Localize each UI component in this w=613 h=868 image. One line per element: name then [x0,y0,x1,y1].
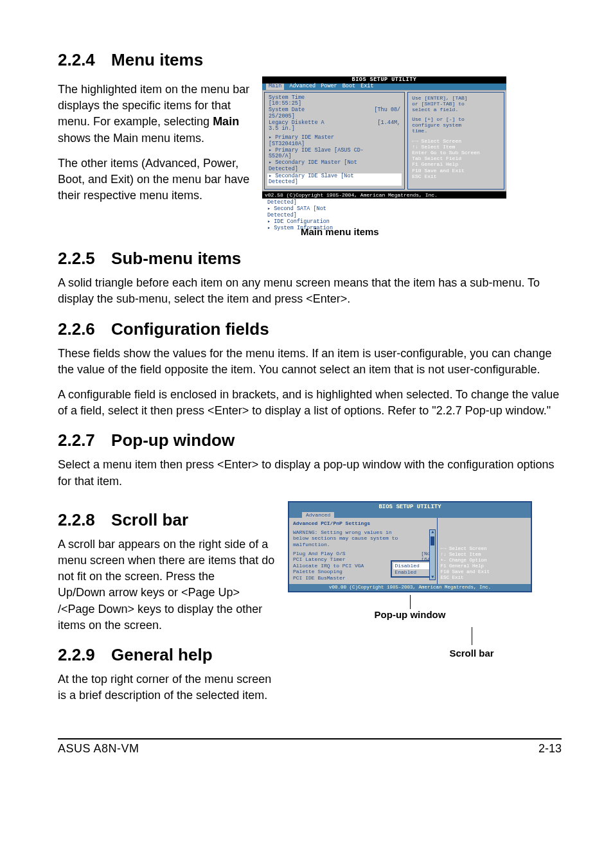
p-228: A scroll bar appears on the right side o… [58,536,276,633]
heading-228: 2.2.8 Scroll bar [58,510,276,530]
popup-window: Disabled Enabled [391,560,434,578]
popup-callout: Pop-up window [288,595,532,620]
page-footer: ASUS A8N-VM 2-13 [58,738,562,756]
p-226-1: These fields show the values for the men… [58,346,562,378]
bios2-help-panel: ←→ Select Screen ↑↓ Select Item +- Chang… [438,518,531,583]
bios2-active-tab: Advanced [302,512,334,518]
p-224-1: The highlighted item on the menu bar dis… [58,82,251,146]
heading-224: 2.2.4 Menu items [58,50,562,70]
p-226-2: A configurable field is enclosed in brac… [58,387,562,419]
p-224-2: The other items (Advanced, Power, Boot, … [58,155,251,204]
scrollbar [429,529,436,580]
bios-screenshot-2: BIOS SETUP UTILITY Advanced Advanced PCI… [288,501,532,620]
bios2-left-panel: Advanced PCI/PnP Settings WARNING: Setti… [289,518,438,583]
bios1-left-panel: System Time [10:55:25] System Date[Thu 0… [264,92,405,190]
p-227: Select a menu item then press <Enter> to… [58,457,562,489]
p-229: At the top right corner of the menu scre… [58,671,276,704]
p-225: A solid triangle before each item on any… [58,275,562,307]
bios1-help-panel: Use [ENTER], [TAB] or [SHIFT-TAB] to sel… [407,92,504,190]
heading-229: 2.2.9 General help [58,645,276,665]
bios-screenshot-1: BIOS SETUP UTILITY Main Advanced Power B… [262,76,506,199]
heading-227: 2.2.7 Pop-up window [58,430,562,450]
heading-225: 2.2.5 Sub-menu items [58,249,562,269]
scrollbar-callout: Scroll bar [433,627,510,659]
bios1-menubar: Main Advanced Power Boot Exit [262,84,506,90]
bios1-caption: Main menu items [301,226,562,237]
heading-226: 2.2.6 Configuration fields [58,319,562,339]
